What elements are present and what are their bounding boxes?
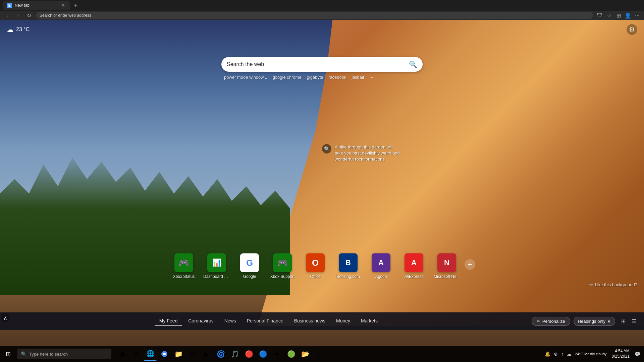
- search-button[interactable]: 🔍: [409, 60, 417, 68]
- agoda-label: Agoda: [375, 274, 387, 279]
- network-icon: 🔔: [544, 351, 551, 357]
- taskbar-app3[interactable]: 📂: [299, 347, 312, 361]
- profile-icon[interactable]: 👤: [624, 11, 632, 19]
- settings-button[interactable]: ⚙: [627, 24, 637, 35]
- collections-icon[interactable]: ⊞: [614, 11, 623, 19]
- headings-dropdown[interactable]: Headings only ∨: [574, 317, 615, 326]
- taskbar-cortana[interactable]: ◉: [115, 347, 129, 361]
- taskbar-app2[interactable]: 🌀: [214, 347, 227, 361]
- aliexpress-label: AliExpress: [405, 274, 424, 279]
- feed-tab-markets[interactable]: Markets: [356, 316, 382, 326]
- taskbar-blue-app[interactable]: 🔵: [256, 347, 270, 361]
- taskbar-red-app[interactable]: 🔴: [242, 347, 256, 361]
- windows-icon: ⊞: [6, 350, 11, 358]
- quick-link-xbox-status[interactable]: 🎮 Xbox Status: [169, 253, 199, 279]
- battery-icon: ⊗: [553, 351, 559, 357]
- google-icon: G: [240, 253, 259, 272]
- quick-link-agoda[interactable]: A Agoda: [366, 253, 396, 279]
- tab-bar: E New tab ✕ +: [0, 0, 644, 11]
- suggestion-5[interactable]: jailbait: [352, 75, 364, 80]
- taskbar-task-view[interactable]: ⧉: [129, 347, 143, 361]
- booking-label: Booking.com: [336, 274, 360, 279]
- ms-news-label: Microsoft Ne...: [434, 274, 460, 279]
- booking-icon: B: [339, 253, 358, 272]
- xbox-status-icon: 🎮: [174, 253, 193, 272]
- personalize-button[interactable]: ✏ Personalize: [532, 317, 570, 326]
- quick-link-xbox-support[interactable]: 🎮 Xbox Support: [267, 253, 298, 279]
- like-icon: ✏: [589, 282, 593, 287]
- taskbar-solitaire[interactable]: ♠: [270, 347, 284, 361]
- list-view-button[interactable]: ☰: [629, 316, 639, 326]
- weather-sys-icon: ☁: [566, 351, 573, 357]
- quick-link-booking[interactable]: B Booking.com: [333, 253, 363, 279]
- feed-tab-money[interactable]: Money: [331, 316, 355, 326]
- tab-close-button[interactable]: ✕: [60, 3, 66, 8]
- back-button[interactable]: ‹: [3, 11, 12, 19]
- personalize-label: Personalize: [542, 319, 565, 324]
- xbox-support-icon: 🎮: [273, 253, 292, 272]
- new-tab-button[interactable]: +: [71, 2, 80, 9]
- address-bar[interactable]: Search or enter web address: [36, 12, 593, 19]
- search-placeholder[interactable]: Search the web: [227, 61, 406, 67]
- notification-icon[interactable]: 💬: [634, 351, 641, 357]
- newtab-content: ☁ 23 °C ⚙ Search the web 🔍 power mode wi…: [0, 20, 644, 346]
- collapse-arrow[interactable]: ∧: [1, 313, 10, 322]
- grid-view-button[interactable]: ⊞: [619, 316, 628, 326]
- refresh-button[interactable]: ↻: [24, 11, 34, 19]
- weather-icon: ☁: [7, 25, 13, 34]
- taskbar-media[interactable]: 🎵: [228, 347, 241, 361]
- headings-label: Headings only: [578, 319, 605, 324]
- taskbar-app4[interactable]: ⬡: [313, 347, 326, 361]
- dashboard-icon: 📊: [207, 253, 226, 272]
- taskbar-search-icon: 🔍: [21, 351, 26, 357]
- taskbar-search[interactable]: 🔍 Type here to search: [17, 349, 111, 359]
- suggestions-more-button[interactable]: ···: [369, 74, 373, 80]
- suggestion-4[interactable]: facebook: [329, 75, 346, 80]
- like-background-button[interactable]: ✏ Like this background?: [589, 282, 637, 287]
- more-icon[interactable]: ···: [633, 11, 641, 19]
- forward-button[interactable]: ›: [13, 11, 23, 19]
- add-link-button[interactable]: +: [465, 259, 475, 270]
- system-clock: 4:54 AM 8/25/2021: [609, 349, 632, 359]
- quick-links: 🎮 Xbox Status 📊 Dashboard ←... G Google …: [169, 253, 475, 279]
- aliexpress-icon: A: [405, 253, 423, 272]
- taskbar-app1[interactable]: ▶: [200, 347, 213, 361]
- top-bar: ☁ 23 °C ⚙: [0, 20, 644, 39]
- photo-info-icon[interactable]: 🔍: [322, 144, 331, 154]
- personalize-icon: ✏: [537, 319, 540, 324]
- quick-link-google[interactable]: G Google: [234, 253, 265, 279]
- feed-tab-coronavirus[interactable]: Coronavirus: [183, 316, 218, 326]
- view-toggle: ⊞ ☰: [619, 316, 639, 326]
- feed-tab-business-news[interactable]: Business news: [289, 316, 330, 326]
- active-tab[interactable]: E New tab ✕: [3, 1, 70, 10]
- feed-tab-news[interactable]: News: [220, 316, 241, 326]
- quick-link-ms-news[interactable]: N Microsoft Ne...: [432, 253, 462, 279]
- search-suggestions: power mode window... google chrome gigab…: [221, 74, 423, 80]
- photo-info: 🔍 A hike through this garden will take y…: [322, 144, 402, 163]
- feed-tab-personal-finance[interactable]: Personal Finance: [242, 316, 288, 326]
- taskbar-system: 🔔 ⊗ ↑ ☁ 24°C Mostly cloudy 4:54 AM 8/25/…: [541, 349, 644, 359]
- start-button[interactable]: ⊞: [0, 346, 16, 362]
- shield-icon[interactable]: 🛡: [596, 11, 604, 19]
- tab-title: New tab: [15, 3, 58, 8]
- taskbar-green-app[interactable]: 🟢: [284, 347, 298, 361]
- office-label: Office: [310, 274, 320, 279]
- quick-link-aliexpress[interactable]: A AliExpress: [399, 253, 429, 279]
- sound-icon: ↑: [560, 351, 565, 357]
- quick-link-office[interactable]: O Office: [300, 253, 330, 279]
- feed-tab-my-feed[interactable]: My Feed: [155, 316, 182, 326]
- suggestion-1[interactable]: power mode window...: [224, 75, 267, 80]
- suggestion-3[interactable]: gigabyte: [307, 75, 323, 80]
- suggestion-2[interactable]: google chrome: [273, 75, 302, 80]
- search-box[interactable]: Search the web 🔍: [221, 57, 423, 72]
- xbox-support-label: Xbox Support: [270, 274, 295, 279]
- quick-link-dashboard[interactable]: 📊 Dashboard ←...: [202, 253, 232, 279]
- taskbar-file-explorer[interactable]: 📁: [172, 347, 185, 361]
- favorites-icon[interactable]: ☆: [605, 11, 613, 19]
- weather-sys-text: 24°C Mostly cloudy: [574, 352, 607, 356]
- taskbar-chrome[interactable]: [158, 347, 171, 361]
- photo-info-text: A hike through this garden will take you…: [335, 144, 402, 163]
- taskbar-edge[interactable]: 🌐: [144, 347, 157, 361]
- feed-bar: ∧ My Feed Coronavirus News Personal Fina…: [0, 312, 644, 330]
- taskbar-store[interactable]: 🛍: [186, 347, 199, 361]
